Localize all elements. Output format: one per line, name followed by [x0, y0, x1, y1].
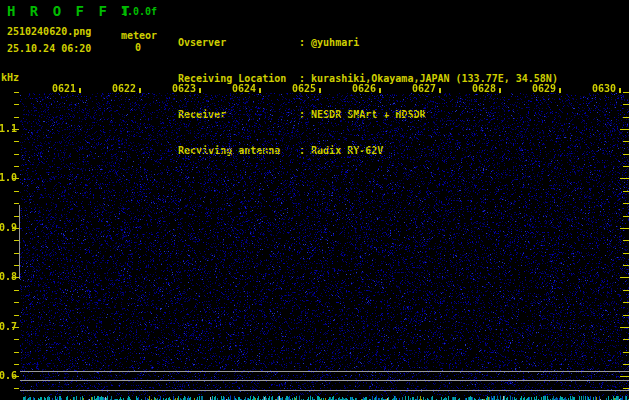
x-axis-time-label: 0625	[290, 83, 316, 94]
x-axis-time-label: 0623	[170, 83, 196, 94]
y-axis-major-tick-right	[620, 277, 629, 278]
y-axis-minor-tick	[14, 154, 19, 155]
y-axis-minor-tick-right	[623, 203, 629, 204]
x-axis-time-label: 0630	[590, 83, 616, 94]
y-axis-major-tick-right	[620, 228, 629, 229]
x-axis-minute-tick	[139, 88, 141, 93]
y-axis-minor-tick	[14, 388, 19, 389]
y-axis-tick-label: 0.8	[0, 271, 17, 282]
x-axis-minute-tick	[199, 88, 201, 93]
y-axis-minor-tick	[14, 166, 19, 167]
y-axis-minor-tick	[14, 141, 19, 142]
y-axis-minor-tick	[14, 352, 19, 353]
x-axis-time-label: 0622	[110, 83, 136, 94]
y-axis-minor-tick-right	[623, 154, 629, 155]
x-axis-time-label: 0624	[230, 83, 256, 94]
x-axis-minute-tick	[619, 88, 621, 93]
y-axis-unit-label: kHz	[1, 72, 19, 83]
spectrogram-noise-canvas	[20, 85, 629, 400]
y-axis-tick-label: 0.9	[0, 222, 17, 233]
y-axis-tick-label: 0.7	[0, 321, 17, 332]
y-axis-minor-tick	[14, 92, 19, 93]
y-axis-tick-label: 1.1	[0, 123, 17, 134]
y-axis-minor-tick	[14, 191, 19, 192]
x-axis-minute-tick	[559, 88, 561, 93]
y-axis-major-tick-right	[620, 178, 629, 179]
y-axis-major-tick-right	[620, 327, 629, 328]
y-axis-minor-tick-right	[623, 315, 629, 316]
y-axis-minor-tick-right	[623, 104, 629, 105]
carrier-reference-line	[20, 390, 629, 391]
y-axis-minor-tick	[14, 364, 19, 365]
meteor-band-marker-line	[19, 205, 20, 279]
x-axis-minute-tick	[319, 88, 321, 93]
hrofft-output-image: H R O F F T 1.0.0f 2510240620.png meteor…	[0, 0, 629, 400]
x-axis-time-label: 0621	[50, 83, 76, 94]
y-axis-minor-tick	[14, 315, 19, 316]
y-axis-minor-tick	[14, 339, 19, 340]
y-axis-minor-tick-right	[623, 117, 629, 118]
x-axis-time-label: 0628	[470, 83, 496, 94]
y-axis-minor-tick-right	[623, 216, 629, 217]
y-axis-minor-tick	[14, 117, 19, 118]
y-axis-minor-tick-right	[623, 92, 629, 93]
y-axis-tick-label: 1.0	[0, 172, 17, 183]
y-axis-minor-tick-right	[623, 240, 629, 241]
y-axis-minor-tick-right	[623, 364, 629, 365]
y-axis-minor-tick-right	[623, 302, 629, 303]
x-axis-minute-tick	[79, 88, 81, 93]
carrier-reference-line	[20, 371, 629, 372]
y-axis-minor-tick-right	[623, 388, 629, 389]
y-axis-minor-tick	[14, 104, 19, 105]
x-axis-minute-tick	[259, 88, 261, 93]
y-axis-tick-label: 0.6	[0, 370, 17, 381]
spectrogram-plot: kHz 1.11.00.90.80.70.6062106220623062406…	[0, 0, 629, 400]
y-axis-minor-tick-right	[623, 141, 629, 142]
y-axis-minor-tick-right	[623, 339, 629, 340]
y-axis-minor-tick	[14, 302, 19, 303]
x-axis-minute-tick	[379, 88, 381, 93]
x-axis-minute-tick	[439, 88, 441, 93]
y-axis-minor-tick	[14, 203, 19, 204]
x-axis-time-label: 0627	[410, 83, 436, 94]
y-axis-major-tick-right	[620, 129, 629, 130]
y-axis-minor-tick-right	[623, 253, 629, 254]
y-axis-minor-tick-right	[623, 290, 629, 291]
y-axis-minor-tick-right	[623, 191, 629, 192]
y-axis-minor-tick	[14, 290, 19, 291]
x-axis-time-label: 0626	[350, 83, 376, 94]
x-axis-minute-tick	[499, 88, 501, 93]
carrier-reference-line	[20, 380, 629, 381]
y-axis-minor-tick-right	[623, 352, 629, 353]
y-axis-minor-tick-right	[623, 166, 629, 167]
x-axis-time-label: 0629	[530, 83, 556, 94]
y-axis-major-tick-right	[620, 376, 629, 377]
y-axis-minor-tick-right	[623, 265, 629, 266]
